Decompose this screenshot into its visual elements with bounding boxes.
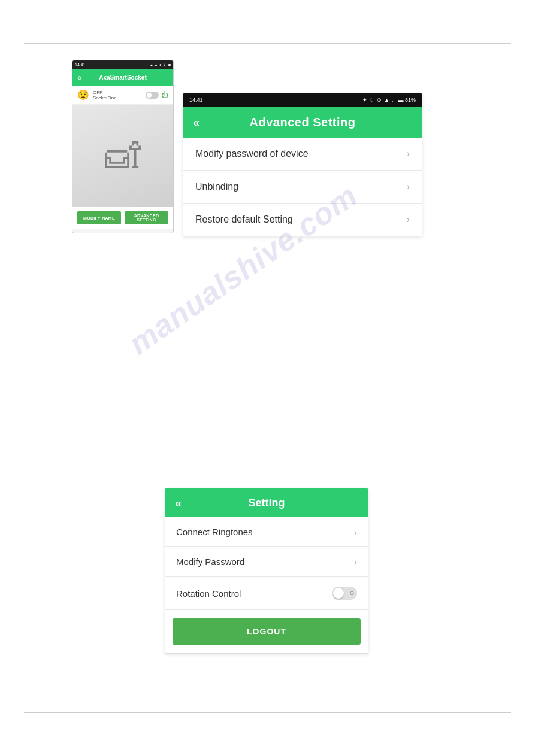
menu-item-restore-label: Restore default Setting	[195, 214, 293, 225]
device-name: SocketOne	[93, 95, 146, 101]
menu-item-unbinding-label: Unbinding	[195, 181, 238, 192]
advanced-panel-header: « Advanced Setting	[183, 107, 422, 138]
bottom-divider	[24, 712, 511, 713]
rotation-control-item: Rotation Control O	[165, 577, 368, 610]
device-row: 😟 OFF SocketOne ⏻	[72, 86, 173, 105]
menu-item-connect-ringtones[interactable]: Connect Ringtones ›	[165, 517, 368, 547]
rotation-toggle[interactable]: O	[332, 587, 357, 600]
bottom-buttons: MODIFY NAME ADVANCED SETTING	[72, 207, 173, 229]
phone-title: AxaSmartSocket	[99, 74, 146, 81]
device-image-area: 🛋	[72, 105, 173, 207]
menu-item-unbinding[interactable]: Unbinding ›	[183, 171, 422, 204]
toggle-off-label: O	[350, 590, 354, 596]
device-toggle-area: ⏻	[146, 91, 168, 99]
device-info: OFF SocketOne	[93, 90, 146, 101]
setting-panel-header: « Setting	[165, 488, 368, 517]
phone-header: « AxaSmartSocket	[72, 69, 173, 86]
device-face-icon: 😟	[77, 89, 89, 101]
advanced-back-icon[interactable]: «	[193, 116, 200, 129]
device-state: OFF	[93, 90, 146, 95]
modify-name-button[interactable]: MODIFY NAME	[77, 211, 121, 224]
phone-back-icon: «	[77, 72, 82, 82]
advanced-setting-button[interactable]: ADVANCED SETTING	[125, 211, 168, 224]
status-time: 14:41	[75, 63, 86, 67]
phone-screenshot: 14:41 ● ▲ ◆ ᯤ ■ « AxaSmartSocket 😟 OFF S…	[72, 60, 174, 233]
device-toggle-switch	[146, 92, 159, 99]
rotation-control-label: Rotation Control	[176, 588, 241, 599]
alarm-icon: ⊙	[377, 97, 382, 103]
setting-panel-title: Setting	[249, 497, 285, 509]
signal-icon: .ll	[392, 97, 396, 103]
footnote-line	[72, 699, 132, 699]
chevron-right-icon-2: ›	[407, 181, 410, 192]
battery-icon: ▬ 81%	[398, 97, 416, 103]
advanced-setting-panel: 14:41 ✦ ☾ ⊙ ▲ .ll ▬ 81% « Advanced Setti…	[183, 93, 422, 236]
menu-item-restore[interactable]: Restore default Setting ›	[183, 204, 422, 236]
chevron-right-icon-5: ›	[354, 557, 357, 567]
power-icon: ⏻	[161, 91, 168, 99]
logout-button[interactable]: LOGOUT	[173, 618, 361, 645]
top-divider	[24, 43, 511, 44]
bluetooth-icon: ✦	[362, 97, 367, 103]
phone-status-bar: 14:41 ● ▲ ◆ ᯤ ■	[72, 60, 173, 69]
advanced-status-bar: 14:41 ✦ ☾ ⊙ ▲ .ll ▬ 81%	[183, 93, 422, 107]
status-icons: ● ▲ ◆ ᯤ ■	[150, 63, 171, 67]
advanced-panel-title: Advanced Setting	[250, 116, 356, 129]
setting-panel: « Setting Connect Ringtones › Modify Pas…	[165, 488, 368, 654]
sofa-decoration: 🛋	[105, 135, 141, 177]
toggle-knob	[333, 588, 344, 599]
chevron-right-icon-1: ›	[407, 148, 410, 159]
wifi-icon: ▲	[384, 97, 389, 103]
menu-item-connect-ringtones-label: Connect Ringtones	[176, 527, 253, 537]
menu-item-modify-password-setting[interactable]: Modify Password ›	[165, 547, 368, 577]
chevron-right-icon-3: ›	[407, 214, 410, 225]
advanced-status-icons: ✦ ☾ ⊙ ▲ .ll ▬ 81%	[362, 97, 416, 103]
notification-icon: ☾	[370, 97, 374, 103]
setting-back-icon[interactable]: «	[175, 496, 182, 510]
menu-item-modify-password[interactable]: Modify password of device ›	[183, 138, 422, 171]
menu-item-modify-password-setting-label: Modify Password	[176, 557, 244, 567]
chevron-right-icon-4: ›	[354, 527, 357, 537]
advanced-status-time: 14:41	[189, 97, 203, 103]
menu-item-modify-password-label: Modify password of device	[195, 148, 309, 159]
